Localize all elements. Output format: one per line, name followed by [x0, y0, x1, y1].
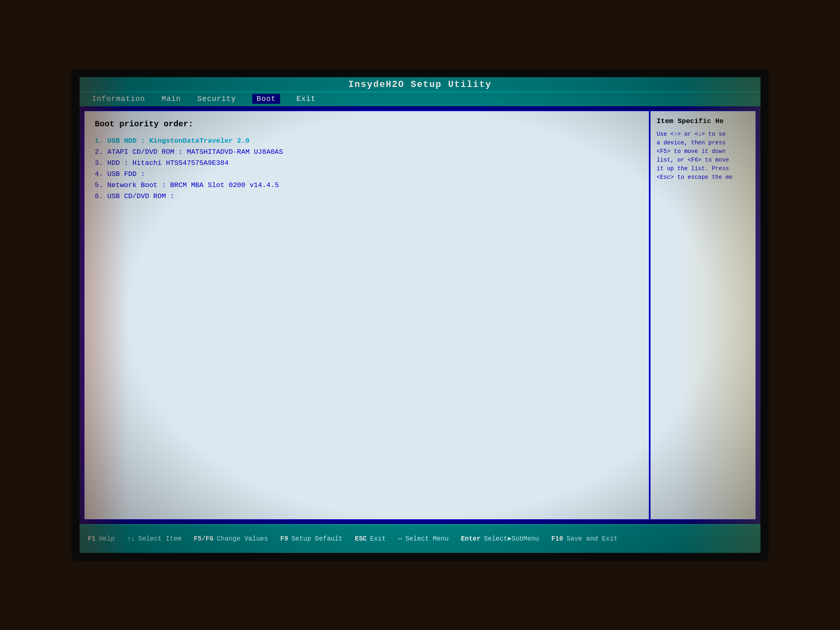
help-line-2: a device, then press — [657, 139, 749, 147]
boot-item-3[interactable]: 3. HDD : Hitachi HTS547575A9E384 — [95, 159, 639, 167]
panels-row: Boot priority order: 1. USB HDD : Kingst… — [80, 106, 760, 524]
screen-bezel: InsydeH2O Setup Utility Information Main… — [71, 69, 769, 561]
boot-item-4-label: USB FDD : — [107, 170, 145, 178]
left-panel: Boot priority order: 1. USB HDD : Kingst… — [84, 110, 650, 520]
boot-item-3-index: 3. — [95, 159, 107, 167]
menu-item-main[interactable]: Main — [162, 95, 181, 103]
key-f5f6: F5/F6 — [194, 535, 213, 543]
key-enter: Enter — [461, 535, 481, 543]
boot-item-4[interactable]: 4. USB FDD : — [95, 170, 639, 178]
menu-item-boot[interactable]: Boot — [252, 94, 280, 104]
section-title: Boot priority order: — [95, 119, 639, 129]
status-lr-arrows: ↔ Select Menu — [398, 535, 449, 543]
help-text: Use <↑> or <↓> to se a device, then pres… — [657, 130, 749, 182]
status-f10: F10 Save and Exit — [551, 535, 618, 543]
status-f9: F9 Setup Default — [280, 535, 342, 543]
boot-item-2-label: ATAPI CD/DVD ROM : MATSHITADVD-RAM UJ8A0… — [107, 148, 283, 156]
menu-bar: Information Main Security Boot Exit — [80, 91, 760, 106]
desc-arrows: Select Item — [138, 535, 182, 543]
bios-screen: InsydeH2O Setup Utility Information Main… — [80, 77, 760, 553]
help-line-4: list, or <F6> to move — [657, 156, 749, 164]
desc-f1: Help — [99, 535, 114, 543]
help-line-1: Use <↑> or <↓> to se — [657, 130, 749, 139]
bios-wrapper: InsydeH2O Setup Utility Information Main… — [80, 77, 760, 553]
boot-item-1[interactable]: 1. USB HDD : KingstonDataTraveler 2.0 — [95, 137, 639, 145]
boot-item-6[interactable]: 6. USB CD/DVD ROM : — [95, 192, 639, 200]
key-arrows: ↑↓ — [127, 535, 135, 543]
boot-item-1-index: 1. — [95, 137, 107, 145]
boot-item-2-index: 2. — [95, 148, 107, 156]
desc-f10: Save and Exit — [566, 535, 618, 543]
key-f9: F9 — [280, 535, 288, 543]
boot-item-6-index: 6. — [95, 192, 107, 200]
key-lr: ↔ — [398, 535, 402, 543]
boot-item-2[interactable]: 2. ATAPI CD/DVD ROM : MATSHITADVD-RAM UJ… — [95, 148, 639, 156]
status-esc: ESC Exit — [355, 535, 386, 543]
key-f1: F1 — [88, 535, 96, 543]
boot-list: 1. USB HDD : KingstonDataTraveler 2.0 2.… — [95, 137, 639, 200]
menu-item-security[interactable]: Security — [197, 95, 236, 103]
status-arrows-item: ↑↓ Select Item — [127, 535, 182, 543]
status-enter: Enter Select►SubMenu — [461, 535, 539, 543]
desc-enter: Select►SubMenu — [484, 535, 539, 543]
boot-item-1-label: USB HDD : KingstonDataTraveler 2.0 — [107, 137, 250, 145]
desc-f9: Setup Default — [291, 535, 342, 543]
key-f10: F10 — [551, 535, 563, 543]
help-title: Item Specific He — [657, 117, 749, 125]
right-panel: Item Specific He Use <↑> or <↓> to se a … — [650, 110, 756, 520]
boot-item-5[interactable]: 5. Network Boot : BRCM MBA Slot 0200 v14… — [95, 181, 639, 189]
boot-item-3-label: HDD : Hitachi HTS547575A9E384 — [107, 159, 229, 167]
desc-esc: Exit — [370, 535, 386, 543]
title-text: InsydeH2O Setup Utility — [348, 80, 492, 90]
boot-item-5-index: 5. — [95, 181, 107, 189]
key-esc: ESC — [355, 535, 367, 543]
menu-item-information[interactable]: Information — [92, 95, 145, 103]
status-f5f6: F5/F6 Change Values — [194, 535, 268, 543]
desc-f5f6: Change Values — [217, 535, 268, 543]
boot-item-5-label: Network Boot : BRCM MBA Slot 0200 v14.4.… — [107, 181, 279, 189]
status-bar: F1 Help ↑↓ Select Item F5/F6 Change Valu… — [80, 524, 760, 553]
help-line-6: <Esc> to escape the me — [657, 173, 749, 182]
title-bar: InsydeH2O Setup Utility — [80, 77, 760, 91]
desc-lr: Select Menu — [405, 535, 449, 543]
boot-item-4-index: 4. — [95, 170, 107, 178]
status-f1: F1 Help — [88, 535, 115, 543]
help-line-3: <F5> to move it down — [657, 147, 749, 156]
help-line-5: it up the list. Press — [657, 164, 749, 173]
menu-item-exit[interactable]: Exit — [297, 95, 316, 103]
boot-item-6-label: USB CD/DVD ROM : — [107, 192, 174, 200]
